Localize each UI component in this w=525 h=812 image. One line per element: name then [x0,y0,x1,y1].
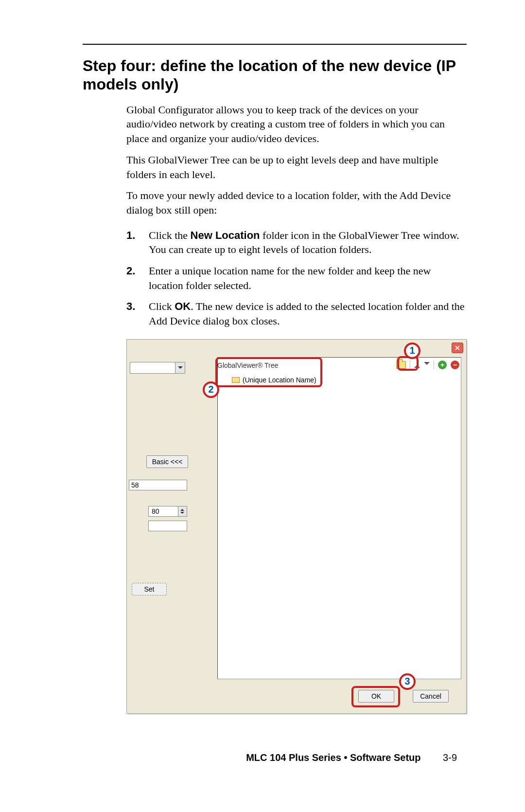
intro-paragraph-2: This GlobalViewer Tree can be up to eigh… [126,153,467,181]
empty-field[interactable] [148,521,187,531]
step-item-2: Enter a unique location name for the new… [126,264,467,292]
tree-toolbar: + − [396,359,459,371]
footer-title: MLC 104 Plus Series • Software Setup [246,752,420,763]
globalviewer-tree-panel [217,357,461,679]
step3-bold: OK [175,300,191,312]
port-value: 80 [152,507,159,515]
tree-node-label: (Unique Location Name) [243,376,316,384]
basic-button[interactable]: Basic <<< [146,455,188,468]
step1-pre: Click the [149,229,191,241]
step-heading: Step four: define the location of the ne… [83,56,467,94]
step3-pre: Click [149,300,175,312]
chevron-down-icon [175,362,185,373]
toolbar-separator [410,361,410,369]
dialog-screenshot: ✕ Basic <<< 58 80 Set GlobalViewer® Tree… [126,339,467,714]
stepper-arrows-icon [178,506,187,516]
tree-node-new-location[interactable]: (Unique Location Name) [230,376,318,384]
new-location-folder-icon[interactable] [396,361,406,369]
add-icon[interactable]: + [438,361,447,369]
tree-header-label: GlobalViewer® Tree [217,361,278,369]
ip-fragment-field[interactable]: 58 [129,480,187,490]
move-down-icon[interactable] [424,362,430,368]
top-rule [83,44,467,45]
footer-page-number: 3-9 [443,752,457,763]
step3-post: . The new device is added to the selecte… [149,300,465,327]
step-item-1: Click the New Location folder icon in th… [126,228,467,257]
dropdown-empty[interactable] [130,362,185,374]
set-button[interactable]: Set [132,583,167,595]
callout-3: 3 [399,673,416,690]
cancel-button[interactable]: Cancel [413,690,449,703]
page-footer: MLC 104 Plus Series • Software Setup 3-9 [0,752,525,763]
step1-bold: New Location [191,229,260,241]
port-stepper[interactable]: 80 [148,506,187,517]
intro-paragraph-1: Global Configurator allows you to keep t… [126,103,467,146]
ok-button[interactable]: OK [358,690,394,703]
callout-1: 1 [404,343,420,359]
callout-2: 2 [203,381,219,398]
move-up-icon[interactable] [414,362,420,368]
folder-icon [232,377,240,383]
intro-paragraph-3: To move your newly added device to a loc… [126,188,467,217]
step-item-3: Click OK. The new device is added to the… [126,299,467,328]
toolbar-separator [434,361,434,369]
remove-icon[interactable]: − [451,361,459,369]
close-icon[interactable]: ✕ [452,343,463,353]
